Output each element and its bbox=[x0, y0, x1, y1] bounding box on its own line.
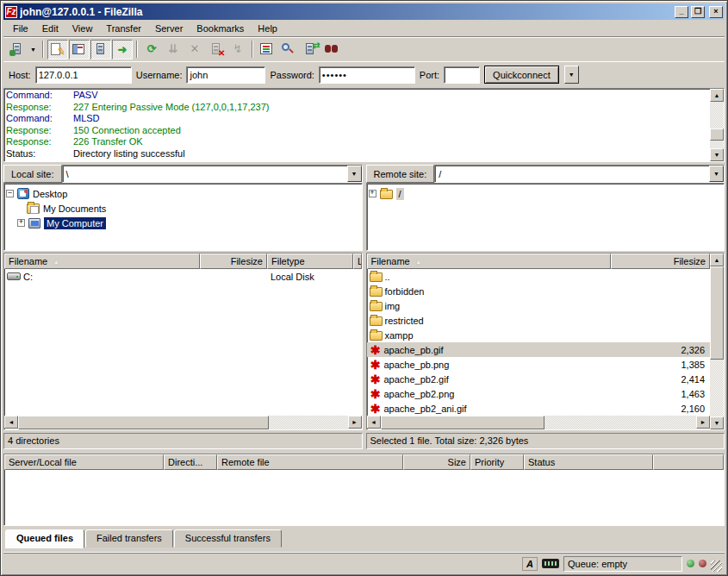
file-row-c-drive[interactable]: C: Local Disk bbox=[4, 269, 362, 284]
tab-failed-transfers[interactable]: Failed transfers bbox=[85, 529, 173, 548]
expand-icon[interactable]: + bbox=[369, 190, 376, 197]
close-button[interactable]: × bbox=[709, 6, 723, 18]
image-file-icon: ✱ bbox=[370, 359, 382, 371]
queue-list[interactable] bbox=[4, 470, 724, 525]
file-row-selected[interactable]: ✱apache_pb.gif 2,326 bbox=[367, 342, 711, 357]
toggle-message-log-button[interactable]: ✎ bbox=[47, 40, 68, 59]
title-bar[interactable]: Fz john@127.0.0.1 - FileZilla _ ❒ × bbox=[3, 3, 725, 20]
menu-edit[interactable]: Edit bbox=[35, 21, 65, 36]
column-remote-file[interactable]: Remote file bbox=[217, 454, 403, 470]
password-input[interactable] bbox=[319, 66, 415, 84]
transfer-queue-panel: Server/Local file Directi... Remote file… bbox=[3, 454, 725, 526]
menu-view[interactable]: View bbox=[65, 21, 100, 36]
menu-bookmarks[interactable]: Bookmarks bbox=[190, 21, 251, 36]
column-server-local-file[interactable]: Server/Local file bbox=[4, 454, 164, 470]
combo-dropdown-icon[interactable]: ▼ bbox=[347, 166, 362, 182]
tab-queued-files[interactable]: Queued files bbox=[5, 529, 84, 548]
scroll-up-icon[interactable]: ▲ bbox=[710, 254, 724, 266]
directory-filter-button[interactable] bbox=[257, 40, 277, 59]
remote-file-list[interactable]: .. forbidden img restricted bbox=[367, 269, 711, 416]
file-row[interactable]: restricted bbox=[367, 313, 711, 328]
column-status[interactable]: Status bbox=[524, 454, 653, 470]
local-site-combo[interactable]: \ ▼ bbox=[62, 165, 363, 183]
column-filetype[interactable]: Filetype bbox=[267, 254, 353, 269]
username-input[interactable] bbox=[186, 66, 265, 84]
queue-tabs: Queued files Failed transfers Successful… bbox=[3, 526, 725, 548]
scroll-down-icon[interactable]: ▼ bbox=[710, 148, 724, 161]
file-row[interactable]: ✱apache_pb2.gif 2,414 bbox=[367, 372, 711, 386]
refresh-button[interactable]: ⟳ bbox=[141, 40, 162, 59]
message-log[interactable]: Command:PASV Response:227 Entering Passi… bbox=[3, 88, 725, 162]
toggle-queue-button[interactable]: ➜ bbox=[112, 40, 133, 59]
tab-successful-transfers[interactable]: Successful transfers bbox=[174, 529, 282, 548]
menu-server[interactable]: Server bbox=[148, 21, 190, 36]
file-row[interactable]: forbidden bbox=[367, 284, 711, 298]
column-direction[interactable]: Directi... bbox=[164, 454, 217, 470]
log-scrollbar[interactable]: ▲ ▼ bbox=[710, 89, 724, 161]
scroll-right-icon[interactable]: ► bbox=[348, 416, 362, 429]
expand-icon[interactable]: + bbox=[17, 219, 25, 227]
column-filesize[interactable]: Filesize bbox=[200, 254, 267, 269]
cancel-icon: ✕ bbox=[190, 43, 199, 55]
disconnect-button[interactable]: ✕ bbox=[206, 40, 227, 59]
column-filler bbox=[653, 454, 724, 470]
port-input[interactable] bbox=[444, 66, 480, 84]
toggle-local-tree-button[interactable] bbox=[69, 40, 90, 59]
toggle-remote-tree-button[interactable] bbox=[90, 40, 111, 59]
file-row[interactable]: ✱apache_pb2.png 1,463 bbox=[367, 386, 711, 401]
compare-directories-button[interactable] bbox=[278, 40, 299, 59]
log-line: Response:150 Connection accepted bbox=[6, 125, 708, 137]
menu-transfer[interactable]: Transfer bbox=[99, 21, 148, 36]
column-filename[interactable]: Filename ▲ bbox=[4, 254, 200, 269]
site-manager-dropdown[interactable]: ▼ bbox=[28, 47, 39, 53]
local-h-scrollbar[interactable]: ◄ ► bbox=[4, 416, 362, 429]
quickconnect-dropdown[interactable]: ▼ bbox=[564, 66, 579, 84]
combo-dropdown-icon[interactable]: ▼ bbox=[709, 166, 724, 182]
menu-help[interactable]: Help bbox=[251, 21, 284, 36]
scroll-left-icon[interactable]: ◄ bbox=[367, 416, 381, 429]
toolbar-separator bbox=[42, 41, 44, 58]
quickconnect-button[interactable]: Quickconnect bbox=[484, 66, 559, 84]
column-size[interactable]: Size bbox=[403, 454, 470, 470]
cancel-button[interactable]: ✕ bbox=[184, 40, 205, 59]
scroll-up-icon[interactable]: ▲ bbox=[710, 89, 724, 102]
menu-file[interactable]: File bbox=[6, 21, 35, 36]
remote-site-combo[interactable]: / ▼ bbox=[434, 165, 725, 183]
tree-item-desktop[interactable]: − Desktop bbox=[6, 186, 360, 201]
host-input[interactable] bbox=[35, 66, 132, 84]
synchronized-browsing-button[interactable]: ⇄ bbox=[300, 40, 320, 59]
file-row[interactable]: .. bbox=[367, 269, 711, 284]
tree-item-root[interactable]: + / bbox=[369, 186, 723, 201]
site-manager-button[interactable] bbox=[6, 40, 27, 59]
column-last-modified[interactable]: L bbox=[353, 254, 362, 269]
data-type-indicator[interactable]: A bbox=[522, 557, 538, 571]
file-row[interactable]: ✱apache_pb.png 1,385 bbox=[367, 357, 711, 372]
remote-h-scrollbar[interactable]: ◄ ► bbox=[367, 416, 711, 429]
remote-status-text: Selected 1 file. Total size: 2,326 bytes bbox=[366, 433, 725, 449]
remote-list-header: Filename ▲ Filesize bbox=[367, 254, 711, 269]
file-row[interactable]: img bbox=[367, 298, 711, 313]
minimize-button[interactable]: _ bbox=[675, 6, 688, 18]
local-file-list[interactable]: C: Local Disk bbox=[4, 269, 362, 416]
speed-limit-icon[interactable] bbox=[542, 559, 559, 568]
remote-tree[interactable]: + / bbox=[366, 183, 725, 251]
resize-grip[interactable] bbox=[711, 560, 722, 572]
collapse-icon[interactable]: − bbox=[6, 190, 14, 197]
maximize-button[interactable]: ❒ bbox=[691, 6, 705, 18]
find-files-button[interactable] bbox=[321, 40, 342, 59]
scroll-left-icon[interactable]: ◄ bbox=[4, 416, 18, 429]
scroll-down-icon[interactable]: ▼ bbox=[710, 416, 724, 429]
local-tree[interactable]: − Desktop My Documents + My Computer bbox=[3, 183, 363, 251]
column-filesize[interactable]: Filesize bbox=[611, 254, 711, 269]
host-label: Host: bbox=[9, 70, 31, 80]
file-row[interactable]: xampp bbox=[367, 328, 711, 342]
process-queue-button[interactable]: ⇊ bbox=[163, 40, 184, 59]
tree-item-my-computer[interactable]: + My Computer bbox=[6, 216, 360, 230]
column-priority[interactable]: Priority bbox=[470, 454, 524, 470]
tree-item-my-documents[interactable]: My Documents bbox=[6, 201, 360, 216]
remote-v-scrollbar[interactable]: ▲ ▼ bbox=[710, 254, 724, 429]
reconnect-button[interactable]: ↯ bbox=[227, 40, 248, 59]
file-row[interactable]: ✱apache_pb2_ani.gif 2,160 bbox=[367, 401, 711, 416]
column-filename[interactable]: Filename ▲ bbox=[367, 254, 611, 269]
scroll-right-icon[interactable]: ► bbox=[696, 416, 710, 429]
